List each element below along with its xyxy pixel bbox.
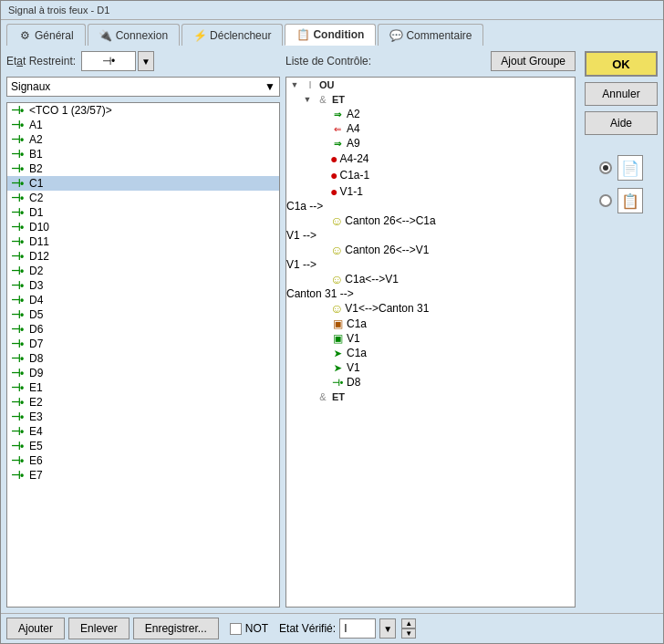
etat-value: ⊣• xyxy=(102,55,115,68)
spacer xyxy=(316,108,328,120)
list-item[interactable]: ⊣• B1 xyxy=(7,147,279,161)
spin-control: ▲ ▼ xyxy=(401,618,416,639)
tab-declencheur[interactable]: ⚡ Déclencheur xyxy=(182,24,283,46)
list-item[interactable]: ⊣• D5 xyxy=(7,307,279,322)
list-item[interactable]: ⊣• E4 xyxy=(7,424,279,439)
tree-item-canton26-v1[interactable]: ☺ Canton 26<-->V1 xyxy=(286,242,575,258)
signal-icon: ⊣• xyxy=(11,294,26,306)
tree-item-c1a-1[interactable]: ● C1a-1 xyxy=(286,167,575,183)
signal-icon: ⊣• xyxy=(11,323,26,336)
aide-button[interactable]: Aide xyxy=(585,111,658,135)
list-item[interactable]: ⊣• D8 xyxy=(7,351,279,366)
tree-label: OU xyxy=(319,79,335,90)
tree-item-v1-1[interactable]: ● V1-1 xyxy=(286,183,575,200)
radio-option1[interactable] xyxy=(599,161,612,174)
list-item[interactable]: ⊣• D4 xyxy=(7,293,279,307)
tree-item-a4[interactable]: ⇐ A4 xyxy=(286,121,575,136)
action-buttons-panel: OK Annuler Aide 📄 📋 xyxy=(581,51,658,608)
spin-down-btn[interactable]: ▼ xyxy=(401,628,416,639)
tab-commentaire[interactable]: 💬 Commentaire xyxy=(378,24,483,46)
expand-icon: ▼ xyxy=(288,78,301,91)
list-item[interactable]: ⊣• D2 xyxy=(7,264,279,278)
not-checkbox[interactable] xyxy=(230,623,242,635)
list-item[interactable]: ⊣• D1 xyxy=(7,205,279,220)
ajouter-button[interactable]: Ajouter xyxy=(6,618,65,639)
tree-label: A9 xyxy=(347,137,360,150)
list-item[interactable]: ⊣• E1 xyxy=(7,380,279,395)
tree-item-d8[interactable]: ⊣• D8 xyxy=(286,375,575,390)
enlever-button[interactable]: Enlever xyxy=(68,618,130,639)
signal-icon: ⊣• xyxy=(330,376,345,389)
tree-item-c1a-v1[interactable]: ☺ C1a<-->V1 xyxy=(286,271,575,287)
list-item[interactable]: ⊣• <TCO 1 (23/57)> xyxy=(7,103,279,118)
annuler-button[interactable]: Annuler xyxy=(585,82,658,106)
tree-item-et1[interactable]: ▼ & ET xyxy=(286,92,575,107)
tree-label: A4 xyxy=(347,122,360,135)
list-item[interactable]: ⊣• A1 xyxy=(7,118,279,132)
list-item[interactable]: ⊣• E3 xyxy=(7,410,279,424)
list-item[interactable]: ⊣• D10 xyxy=(7,220,279,234)
signal-icon: ⊣• xyxy=(11,410,26,423)
enregistrer-button[interactable]: Enregistrer... xyxy=(133,618,219,639)
bullet-red-icon: ● xyxy=(330,151,337,166)
signal-icon: ⊣• xyxy=(11,235,26,248)
signal-icon: ⊣• xyxy=(11,119,26,131)
ajout-groupe-btn[interactable]: Ajout Groupe xyxy=(491,51,576,71)
tree-label: D8 xyxy=(347,376,360,389)
tree-item-v1-canton31[interactable]: ☺ V1<-->Canton 31 xyxy=(286,300,575,317)
tree-label: V1 xyxy=(347,361,360,374)
signal-icon: ⊣• xyxy=(11,454,26,467)
list-item[interactable]: ⊣• A2 xyxy=(7,132,279,147)
list-item[interactable]: ⊣• D11 xyxy=(7,234,279,249)
signal-icon: ⊣• xyxy=(11,396,26,409)
tree-item-a2[interactable]: ⇒ A2 xyxy=(286,107,575,121)
spacer xyxy=(316,137,328,150)
list-item-c1[interactable]: ⊣• C1 xyxy=(7,176,279,191)
control-tree[interactable]: ▼ I OU ▼ & ET ⇒ A2 xyxy=(285,77,576,608)
tab-connexion[interactable]: 🔌 Connexion xyxy=(88,24,180,46)
etat-verifie-input[interactable] xyxy=(339,618,376,639)
doc-icon-2[interactable]: 📋 xyxy=(617,188,643,213)
tree-item-a9[interactable]: ⇒ A9 xyxy=(286,136,575,151)
list-item[interactable]: ⊣• E5 xyxy=(7,439,279,453)
signal-icon: ⊣• xyxy=(11,469,26,482)
tree-item-et2[interactable]: & ET xyxy=(286,390,575,404)
etat-verifie-group: Etat Vérifié: ▼ xyxy=(279,618,396,639)
list-item[interactable]: ⊣• E2 xyxy=(7,395,279,410)
plug-icon: 🔌 xyxy=(99,29,112,42)
list-item[interactable]: ⊣• D6 xyxy=(7,322,279,337)
logic-or-icon: I xyxy=(303,78,317,91)
tab-general[interactable]: ⚙ Général xyxy=(6,24,86,46)
tree-label: A2 xyxy=(347,108,360,120)
comment-icon: 💬 xyxy=(389,29,402,42)
list-item[interactable]: ⊣• D7 xyxy=(7,337,279,351)
etat-dropdown-btn[interactable]: ▼ xyxy=(138,51,154,71)
etat-input[interactable]: ⊣• xyxy=(81,51,136,71)
list-item[interactable]: ⊣• D12 xyxy=(7,249,279,264)
list-item[interactable]: ⊣• D9 xyxy=(7,366,279,380)
signaux-dropdown[interactable]: Signaux ▼ xyxy=(6,77,280,97)
etat-verifie-dropdown[interactable]: ▼ xyxy=(379,618,396,639)
ok-button[interactable]: OK xyxy=(585,51,658,77)
tree-item-canton26-c1a[interactable]: ☺ Canton 26<-->C1a xyxy=(286,213,575,229)
list-item[interactable]: ⊣• C2 xyxy=(7,191,279,205)
list-item[interactable]: ⊣• B2 xyxy=(7,161,279,176)
list-item[interactable]: ⊣• E6 xyxy=(7,453,279,468)
signal-icon: ⊣• xyxy=(11,148,26,161)
signal-icon: ⊣• xyxy=(11,265,26,277)
signal-icon: ⊣• xyxy=(11,352,26,365)
list-item[interactable]: ⊣• E7 xyxy=(7,468,279,483)
signal-list[interactable]: ⊣• <TCO 1 (23/57)> ⊣• A1 ⊣• A2 ⊣• B1 ⊣• xyxy=(6,102,280,608)
tree-item-v1-box[interactable]: ▣ V1 xyxy=(286,331,575,346)
gear-icon: ⚙ xyxy=(18,29,31,42)
tree-item-v1-arr[interactable]: ➤ V1 xyxy=(286,360,575,375)
spin-up-btn[interactable]: ▲ xyxy=(401,618,416,628)
tab-condition[interactable]: 📋 Condition xyxy=(285,24,376,46)
tree-item-c1a-arr[interactable]: ➤ C1a xyxy=(286,346,575,360)
tree-item-a4-24[interactable]: ● A4-24 xyxy=(286,151,575,167)
tree-item-ou[interactable]: ▼ I OU xyxy=(286,78,575,92)
doc-icon-1[interactable]: 📄 xyxy=(617,155,643,181)
radio-option2[interactable] xyxy=(599,194,612,207)
tree-item-c1a-box[interactable]: ▣ C1a xyxy=(286,317,575,331)
list-item[interactable]: ⊣• D3 xyxy=(7,278,279,293)
